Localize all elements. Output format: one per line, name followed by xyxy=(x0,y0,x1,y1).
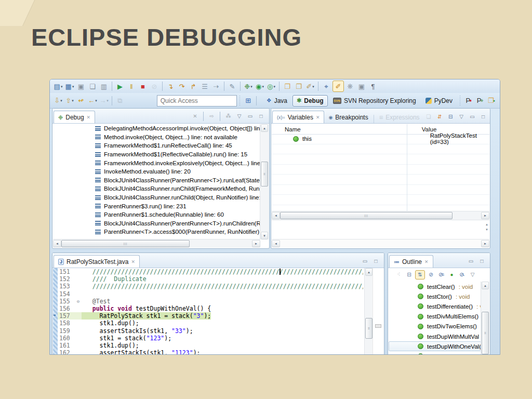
step-over-icon[interactable]: ↷ xyxy=(177,81,187,91)
line-number[interactable]: 151 xyxy=(58,268,75,275)
view-menu-icon[interactable]: ▽ xyxy=(457,113,466,121)
open-folder-perspective-icon[interactable]: ❐● xyxy=(486,96,497,106)
stack-frame-row[interactable]: Method.invoke(Object, Object...) line: n… xyxy=(53,133,260,142)
hide-local-types-icon[interactable]: ⊘L xyxy=(458,271,467,279)
stack-frame-row[interactable]: ParentRunner$1.schedule(Runnable) line: … xyxy=(53,210,260,219)
maximize-icon[interactable]: □ xyxy=(479,113,488,121)
view-menu-icon[interactable]: ▽ xyxy=(468,271,477,279)
back-icon[interactable]: ←▾ xyxy=(87,96,98,106)
mark-occurrences-icon[interactable]: ✐ xyxy=(332,81,344,92)
use-step-filters-icon[interactable]: ⇢ xyxy=(211,81,221,91)
line-number[interactable]: 152 xyxy=(58,275,75,283)
scroll-left-icon[interactable]: ◄ xyxy=(53,240,61,247)
tab-expressions[interactable]: ⊞Expressions xyxy=(375,111,424,123)
detail-scroll-up-icon[interactable]: ▲ xyxy=(485,223,488,226)
run-launch-icon[interactable]: ◉▾ xyxy=(255,81,265,91)
scroll-up-icon[interactable]: ▲ xyxy=(482,282,489,289)
line-number[interactable]: 156 xyxy=(58,305,75,312)
minimize-icon[interactable]: ▭ xyxy=(361,257,369,265)
stack-frame-row[interactable]: DelegatingMethodAccessorImpl.invoke(Obje… xyxy=(53,124,260,133)
detail-hscrollbar[interactable]: ◄ ► xyxy=(272,239,489,248)
overview-ruler[interactable] xyxy=(373,268,383,355)
code-area[interactable]: ////////////////////////////////////////… xyxy=(82,268,363,355)
fold-marker-icon[interactable]: ⊖ xyxy=(75,298,82,305)
stack-frame-row[interactable]: BlockJUnit4ClassRunner(ParentRunner<T>).… xyxy=(53,176,260,185)
format-brush-icon[interactable]: ✐▾ xyxy=(305,81,315,91)
line-number[interactable]: 158 xyxy=(58,320,75,327)
perspective-pydev[interactable]: PyDev xyxy=(421,95,457,107)
last-edit-location-icon[interactable]: ↫ xyxy=(76,96,86,106)
sort-icon[interactable]: ⇅ xyxy=(415,270,425,280)
open-resource-icon[interactable]: ❐ xyxy=(294,81,304,91)
pydev-interactive-icon[interactable]: P❉ xyxy=(475,96,485,106)
block-selection-icon[interactable]: ▣ xyxy=(356,81,367,91)
outline-item[interactable]: testDivMultiElems() : xyxy=(389,312,481,322)
hide-static-icon[interactable]: ⊘S xyxy=(437,271,446,279)
hide-fields-icon[interactable]: ⊘ xyxy=(427,271,435,279)
detail-scroll-down-icon[interactable]: ▼ xyxy=(485,228,488,231)
tab-breakpoints[interactable]: ◉Breakpoints xyxy=(324,111,372,123)
close-icon[interactable]: ✕ xyxy=(131,259,135,264)
debug-arrow-icon[interactable]: ⇨ xyxy=(207,112,216,121)
scroll-right-icon[interactable]: ► xyxy=(252,240,260,247)
code-line[interactable]: stk1.dup(); xyxy=(82,320,363,327)
scroll-left-icon[interactable]: ◄ xyxy=(272,240,280,247)
maximize-icon[interactable]: □ xyxy=(371,257,380,265)
debug-steps-icon[interactable]: ⁂ xyxy=(224,112,233,121)
collapse-all-icon[interactable]: ⊟ xyxy=(446,113,455,121)
show-type-names-icon[interactable]: ❏ xyxy=(424,113,433,121)
hide-non-public-icon[interactable]: ● xyxy=(447,271,456,279)
scroll-up-icon[interactable]: ▲ xyxy=(365,268,373,276)
scrollbar-thumb[interactable]: ||| xyxy=(61,240,190,247)
code-line[interactable]: stk1.dup(); xyxy=(82,342,363,349)
show-logical-structure-icon[interactable]: ⇵ xyxy=(435,113,444,121)
scroll-up-icon[interactable]: ▲ xyxy=(261,124,268,132)
code-line[interactable]: @Test xyxy=(82,298,363,305)
tab-debug[interactable]: ❉ Debug ✕ xyxy=(54,111,95,123)
code-line[interactable]: stk1 = stack("123"); xyxy=(82,335,363,342)
maximize-icon[interactable]: □ xyxy=(477,257,486,265)
column-name[interactable]: Name xyxy=(272,124,420,134)
code-line[interactable]: RatPolyStack stk1 = stack("3"); xyxy=(82,312,363,320)
drop-to-frame-icon[interactable]: ☰ xyxy=(200,81,210,91)
debug-launch-icon[interactable]: ❉▾ xyxy=(243,81,254,91)
code-line[interactable]: assertStackIs(stk1, "1123"); xyxy=(82,349,363,355)
editor-vscrollbar[interactable]: ▲ ≡ xyxy=(364,268,373,355)
variable-row[interactable]: thisRatPolyStackTest (id=33) xyxy=(272,134,489,144)
disconnect-icon[interactable]: ⊘ xyxy=(149,81,159,91)
perspective-svn-repository-exploring[interactable]: SVNSVN Repository Exploring xyxy=(329,95,420,107)
code-editor[interactable]: 151152153154155156157158159160161162 ⊖ /… xyxy=(53,268,363,355)
previous-annotation-icon[interactable]: ⇧▾ xyxy=(64,96,75,106)
remove-all-terminated-icon[interactable]: ✕ xyxy=(191,112,200,121)
close-icon[interactable]: ✕ xyxy=(424,259,429,264)
new-java-project-icon[interactable]: ▦▾ xyxy=(64,81,75,91)
step-return-icon[interactable]: ↱ xyxy=(188,81,198,91)
line-number[interactable]: 161 xyxy=(58,342,75,349)
print-icon[interactable]: ▥ xyxy=(99,81,109,91)
scroll-right-icon[interactable]: ► xyxy=(481,212,489,219)
code-line[interactable]: assertStackIs(stk1, "33"); xyxy=(82,327,363,335)
focus-icon[interactable]: ⁖ xyxy=(394,271,403,279)
outline-item[interactable]: testDifferentiate() : v xyxy=(389,301,481,311)
code-line[interactable]: ////////////////////////////////////////… xyxy=(82,268,363,275)
search-icon[interactable]: ⌖ xyxy=(321,81,331,91)
close-icon[interactable]: ✕ xyxy=(316,115,320,120)
minimize-icon[interactable]: ▭ xyxy=(468,113,477,121)
pydev-debug-perspective-icon[interactable]: P■ xyxy=(463,96,474,106)
stack-frame-row[interactable]: BlockJUnit4ClassRunner(ParentRunner<T>).… xyxy=(53,219,260,228)
line-number[interactable]: 154 xyxy=(58,290,75,298)
debug-hscrollbar[interactable]: ◄ ► ||| xyxy=(53,239,260,248)
line-number[interactable]: 159 xyxy=(58,327,75,335)
open-task-icon[interactable]: ❐ xyxy=(282,81,292,91)
code-line[interactable]: ////////////////////////////////////////… xyxy=(82,283,363,290)
collapse-all-icon[interactable]: ⊟ xyxy=(405,271,414,279)
stack-frame-row[interactable]: ParentRunner$3.run() line: 231 xyxy=(53,202,260,210)
variable-detail-pane[interactable]: ▲ ▼ xyxy=(272,220,489,236)
outline-item[interactable]: testDupWithMultVal xyxy=(389,331,481,341)
outline-item[interactable]: testDupWithOneVal( xyxy=(389,341,481,351)
code-line[interactable] xyxy=(82,290,363,298)
variables-hscrollbar[interactable]: ◄ ► ||| xyxy=(272,211,489,220)
scrollbar-thumb[interactable]: ≡ xyxy=(261,162,268,187)
minimize-icon[interactable]: ▭ xyxy=(467,257,475,265)
stack-frame-row[interactable]: InvokeMethod.evaluate() line: 20 xyxy=(53,167,260,176)
